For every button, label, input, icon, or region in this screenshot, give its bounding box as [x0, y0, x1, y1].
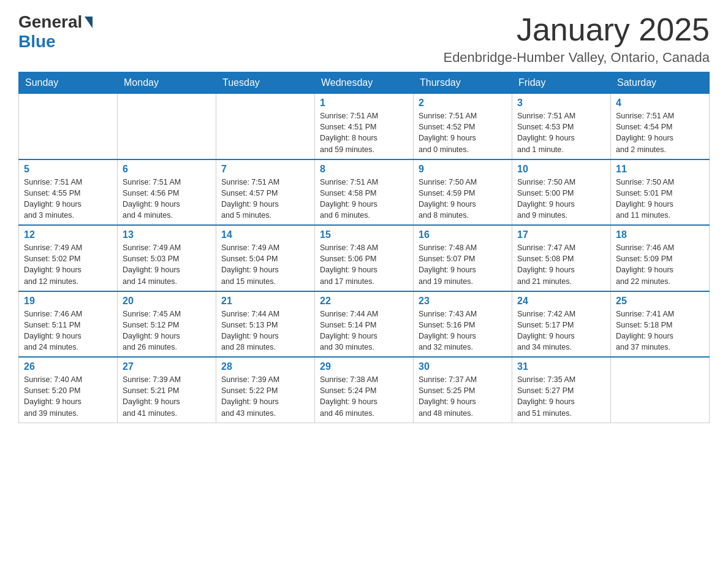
day-number: 3 — [517, 98, 605, 109]
day-number: 17 — [517, 229, 605, 240]
calendar-cell: 31Sunrise: 7:35 AM Sunset: 5:27 PM Dayli… — [512, 357, 611, 423]
calendar-week-row: 26Sunrise: 7:40 AM Sunset: 5:20 PM Dayli… — [19, 357, 710, 423]
calendar-cell — [118, 94, 216, 159]
calendar-cell: 3Sunrise: 7:51 AM Sunset: 4:53 PM Daylig… — [512, 94, 611, 159]
day-number: 6 — [123, 164, 211, 175]
calendar-day-header: Friday — [512, 72, 611, 94]
day-number: 8 — [320, 164, 408, 175]
logo-general-text: General — [18, 12, 82, 32]
day-number: 22 — [320, 296, 408, 307]
day-info: Sunrise: 7:50 AM Sunset: 5:00 PM Dayligh… — [517, 177, 605, 221]
day-number: 23 — [419, 296, 507, 307]
calendar-cell — [611, 357, 710, 423]
calendar-cell: 11Sunrise: 7:50 AM Sunset: 5:01 PM Dayli… — [611, 159, 710, 226]
day-number: 20 — [123, 296, 211, 307]
day-info: Sunrise: 7:51 AM Sunset: 4:53 PM Dayligh… — [517, 110, 605, 155]
calendar-cell: 5Sunrise: 7:51 AM Sunset: 4:55 PM Daylig… — [19, 159, 118, 226]
day-number: 4 — [616, 98, 704, 109]
day-info: Sunrise: 7:44 AM Sunset: 5:14 PM Dayligh… — [320, 308, 408, 353]
day-info: Sunrise: 7:37 AM Sunset: 5:25 PM Dayligh… — [419, 374, 507, 419]
day-info: Sunrise: 7:41 AM Sunset: 5:18 PM Dayligh… — [616, 308, 704, 353]
day-info: Sunrise: 7:51 AM Sunset: 4:57 PM Dayligh… — [221, 177, 309, 221]
calendar-cell: 17Sunrise: 7:47 AM Sunset: 5:08 PM Dayli… — [512, 225, 611, 291]
calendar-cell: 2Sunrise: 7:51 AM Sunset: 4:52 PM Daylig… — [414, 94, 512, 159]
day-info: Sunrise: 7:48 AM Sunset: 5:06 PM Dayligh… — [320, 242, 408, 287]
day-info: Sunrise: 7:46 AM Sunset: 5:11 PM Dayligh… — [24, 308, 112, 353]
day-number: 11 — [616, 164, 704, 175]
day-info: Sunrise: 7:51 AM Sunset: 4:56 PM Dayligh… — [123, 177, 211, 221]
day-info: Sunrise: 7:44 AM Sunset: 5:13 PM Dayligh… — [221, 308, 309, 353]
day-info: Sunrise: 7:51 AM Sunset: 4:52 PM Dayligh… — [419, 110, 507, 155]
day-number: 19 — [24, 296, 112, 307]
day-number: 29 — [320, 361, 408, 372]
calendar-cell: 30Sunrise: 7:37 AM Sunset: 5:25 PM Dayli… — [414, 357, 512, 423]
calendar-day-header: Wednesday — [315, 72, 414, 94]
calendar-cell: 28Sunrise: 7:39 AM Sunset: 5:22 PM Dayli… — [216, 357, 315, 423]
day-number: 1 — [320, 98, 408, 109]
day-number: 16 — [419, 229, 507, 240]
day-number: 12 — [24, 229, 112, 240]
logo-row: General — [18, 12, 93, 32]
calendar-week-row: 1Sunrise: 7:51 AM Sunset: 4:51 PM Daylig… — [19, 94, 710, 159]
logo-triangle-icon — [85, 17, 93, 28]
day-info: Sunrise: 7:50 AM Sunset: 5:01 PM Dayligh… — [616, 177, 704, 221]
day-number: 7 — [221, 164, 309, 175]
day-info: Sunrise: 7:38 AM Sunset: 5:24 PM Dayligh… — [320, 374, 408, 419]
day-info: Sunrise: 7:43 AM Sunset: 5:16 PM Dayligh… — [419, 308, 507, 353]
day-info: Sunrise: 7:42 AM Sunset: 5:17 PM Dayligh… — [517, 308, 605, 353]
calendar-cell — [19, 94, 118, 159]
calendar-cell: 19Sunrise: 7:46 AM Sunset: 5:11 PM Dayli… — [19, 291, 118, 358]
calendar-cell: 25Sunrise: 7:41 AM Sunset: 5:18 PM Dayli… — [611, 291, 710, 358]
calendar-cell: 22Sunrise: 7:44 AM Sunset: 5:14 PM Dayli… — [315, 291, 414, 358]
calendar-cell: 1Sunrise: 7:51 AM Sunset: 4:51 PM Daylig… — [315, 94, 414, 159]
day-number: 14 — [221, 229, 309, 240]
day-info: Sunrise: 7:39 AM Sunset: 5:22 PM Dayligh… — [221, 374, 309, 419]
calendar-cell: 21Sunrise: 7:44 AM Sunset: 5:13 PM Dayli… — [216, 291, 315, 358]
day-info: Sunrise: 7:40 AM Sunset: 5:20 PM Dayligh… — [24, 374, 112, 419]
calendar-table: SundayMondayTuesdayWednesdayThursdayFrid… — [18, 72, 710, 423]
calendar-cell: 14Sunrise: 7:49 AM Sunset: 5:04 PM Dayli… — [216, 225, 315, 291]
calendar-cell: 24Sunrise: 7:42 AM Sunset: 5:17 PM Dayli… — [512, 291, 611, 358]
day-info: Sunrise: 7:49 AM Sunset: 5:04 PM Dayligh… — [221, 242, 309, 287]
calendar-cell: 13Sunrise: 7:49 AM Sunset: 5:03 PM Dayli… — [118, 225, 216, 291]
day-number: 2 — [419, 98, 507, 109]
calendar-cell: 20Sunrise: 7:45 AM Sunset: 5:12 PM Dayli… — [118, 291, 216, 358]
day-info: Sunrise: 7:51 AM Sunset: 4:51 PM Dayligh… — [320, 110, 408, 155]
day-info: Sunrise: 7:49 AM Sunset: 5:03 PM Dayligh… — [123, 242, 211, 287]
day-info: Sunrise: 7:47 AM Sunset: 5:08 PM Dayligh… — [517, 242, 605, 287]
calendar-cell: 8Sunrise: 7:51 AM Sunset: 4:58 PM Daylig… — [315, 159, 414, 226]
calendar-cell: 26Sunrise: 7:40 AM Sunset: 5:20 PM Dayli… — [19, 357, 118, 423]
day-info: Sunrise: 7:51 AM Sunset: 4:55 PM Dayligh… — [24, 177, 112, 221]
calendar-cell: 29Sunrise: 7:38 AM Sunset: 5:24 PM Dayli… — [315, 357, 414, 423]
day-number: 27 — [123, 361, 211, 372]
calendar-cell — [216, 94, 315, 159]
day-number: 5 — [24, 164, 112, 175]
day-info: Sunrise: 7:39 AM Sunset: 5:21 PM Dayligh… — [123, 374, 211, 419]
day-number: 24 — [517, 296, 605, 307]
day-info: Sunrise: 7:51 AM Sunset: 4:58 PM Dayligh… — [320, 177, 408, 221]
day-number: 30 — [419, 361, 507, 372]
calendar-cell: 23Sunrise: 7:43 AM Sunset: 5:16 PM Dayli… — [414, 291, 512, 358]
calendar-cell: 12Sunrise: 7:49 AM Sunset: 5:02 PM Dayli… — [19, 225, 118, 291]
day-number: 28 — [221, 361, 309, 372]
calendar-header-row: SundayMondayTuesdayWednesdayThursdayFrid… — [19, 72, 710, 94]
calendar-cell: 18Sunrise: 7:46 AM Sunset: 5:09 PM Dayli… — [611, 225, 710, 291]
day-number: 15 — [320, 229, 408, 240]
calendar-cell: 27Sunrise: 7:39 AM Sunset: 5:21 PM Dayli… — [118, 357, 216, 423]
title-area: January 2025 Edenbridge-Humber Valley, O… — [443, 12, 710, 66]
day-number: 9 — [419, 164, 507, 175]
page-subtitle: Edenbridge-Humber Valley, Ontario, Canad… — [443, 50, 710, 66]
day-info: Sunrise: 7:46 AM Sunset: 5:09 PM Dayligh… — [616, 242, 704, 287]
day-info: Sunrise: 7:49 AM Sunset: 5:02 PM Dayligh… — [24, 242, 112, 287]
day-number: 13 — [123, 229, 211, 240]
calendar-week-row: 5Sunrise: 7:51 AM Sunset: 4:55 PM Daylig… — [19, 159, 710, 226]
calendar-cell: 10Sunrise: 7:50 AM Sunset: 5:00 PM Dayli… — [512, 159, 611, 226]
calendar-day-header: Thursday — [414, 72, 512, 94]
calendar-day-header: Tuesday — [216, 72, 315, 94]
calendar-cell: 16Sunrise: 7:48 AM Sunset: 5:07 PM Dayli… — [414, 225, 512, 291]
logo: General Blue — [18, 12, 93, 52]
calendar-cell: 7Sunrise: 7:51 AM Sunset: 4:57 PM Daylig… — [216, 159, 315, 226]
calendar-day-header: Monday — [118, 72, 216, 94]
calendar-week-row: 12Sunrise: 7:49 AM Sunset: 5:02 PM Dayli… — [19, 225, 710, 291]
calendar-cell: 6Sunrise: 7:51 AM Sunset: 4:56 PM Daylig… — [118, 159, 216, 226]
